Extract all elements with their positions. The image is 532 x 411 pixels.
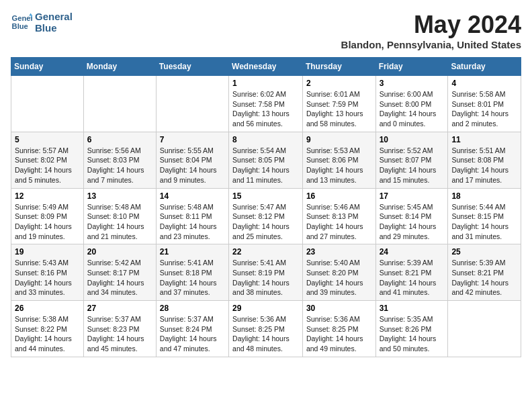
- day-number: 8: [232, 135, 299, 144]
- cell-content: Sunrise: 5:43 AMSunset: 8:16 PMDaylight:…: [15, 258, 80, 298]
- day-number: 10: [380, 135, 445, 144]
- cell-content: Sunrise: 5:58 AMSunset: 8:01 PMDaylight:…: [451, 89, 517, 129]
- logo-icon: General Blue: [11, 11, 32, 33]
- calendar-week-1: 1Sunrise: 6:02 AMSunset: 7:58 PMDaylight…: [11, 76, 521, 132]
- cell-content: Sunrise: 6:00 AMSunset: 8:00 PMDaylight:…: [380, 89, 445, 129]
- calendar-header: SundayMondayTuesdayWednesdayThursdayFrid…: [11, 58, 521, 76]
- day-number: 21: [160, 247, 225, 257]
- calendar-cell: 25Sunrise: 5:39 AMSunset: 8:21 PMDayligh…: [448, 244, 521, 301]
- cell-content: Sunrise: 5:56 AMSunset: 8:03 PMDaylight:…: [87, 146, 152, 185]
- calendar-cell: [448, 301, 521, 357]
- calendar-cell: 4Sunrise: 5:58 AMSunset: 8:01 PMDaylight…: [448, 76, 521, 132]
- calendar-cell: 8Sunrise: 5:54 AMSunset: 8:05 PMDaylight…: [229, 132, 303, 188]
- day-number: 27: [87, 304, 152, 313]
- calendar-cell: 7Sunrise: 5:55 AMSunset: 8:04 PMDaylight…: [156, 132, 228, 188]
- cell-content: Sunrise: 5:41 AMSunset: 8:19 PMDaylight:…: [232, 258, 299, 298]
- main-title: May 2024: [341, 11, 521, 39]
- calendar-cell: 22Sunrise: 5:41 AMSunset: 8:19 PMDayligh…: [229, 244, 303, 301]
- header-day-sunday: Sunday: [11, 58, 84, 76]
- calendar-cell: 29Sunrise: 5:36 AMSunset: 8:25 PMDayligh…: [229, 301, 303, 357]
- day-number: 14: [160, 191, 225, 201]
- cell-content: Sunrise: 5:55 AMSunset: 8:04 PMDaylight:…: [160, 146, 225, 185]
- calendar-cell: 16Sunrise: 5:46 AMSunset: 8:13 PMDayligh…: [302, 188, 375, 244]
- header-day-friday: Friday: [375, 58, 448, 76]
- day-number: 13: [87, 191, 152, 201]
- calendar-cell: 6Sunrise: 5:56 AMSunset: 8:03 PMDaylight…: [83, 132, 156, 188]
- day-number: 24: [380, 247, 445, 257]
- day-number: 30: [306, 304, 372, 313]
- cell-content: Sunrise: 6:01 AMSunset: 7:59 PMDaylight:…: [306, 89, 372, 129]
- svg-text:Blue: Blue: [12, 22, 28, 30]
- header-day-tuesday: Tuesday: [156, 58, 228, 76]
- cell-content: Sunrise: 5:52 AMSunset: 8:07 PMDaylight:…: [380, 146, 445, 185]
- calendar-cell: [156, 76, 228, 132]
- calendar-cell: 12Sunrise: 5:49 AMSunset: 8:09 PMDayligh…: [11, 188, 84, 244]
- day-number: 17: [380, 191, 445, 201]
- day-number: 16: [306, 191, 372, 201]
- cell-content: Sunrise: 5:35 AMSunset: 8:26 PMDaylight:…: [380, 314, 445, 354]
- cell-content: Sunrise: 5:47 AMSunset: 8:12 PMDaylight:…: [232, 202, 299, 242]
- day-number: 4: [451, 79, 517, 88]
- cell-content: Sunrise: 5:45 AMSunset: 8:14 PMDaylight:…: [380, 202, 445, 242]
- cell-content: Sunrise: 5:36 AMSunset: 8:25 PMDaylight:…: [306, 314, 372, 354]
- title-area: May 2024 Blandon, Pennsylvania, United S…: [341, 11, 521, 50]
- day-number: 3: [380, 79, 445, 88]
- day-number: 12: [15, 191, 80, 201]
- subtitle: Blandon, Pennsylvania, United States: [341, 39, 521, 50]
- calendar-cell: 3Sunrise: 6:00 AMSunset: 8:00 PMDaylight…: [375, 76, 448, 132]
- calendar-cell: 26Sunrise: 5:38 AMSunset: 8:22 PMDayligh…: [11, 301, 84, 357]
- calendar-cell: 21Sunrise: 5:41 AMSunset: 8:18 PMDayligh…: [156, 244, 228, 301]
- day-number: 25: [451, 247, 517, 257]
- calendar-cell: 13Sunrise: 5:48 AMSunset: 8:10 PMDayligh…: [83, 188, 156, 244]
- calendar-cell: 27Sunrise: 5:37 AMSunset: 8:23 PMDayligh…: [83, 301, 156, 357]
- calendar-table: SundayMondayTuesdayWednesdayThursdayFrid…: [11, 57, 521, 357]
- day-number: 26: [15, 304, 80, 313]
- cell-content: Sunrise: 5:48 AMSunset: 8:10 PMDaylight:…: [87, 202, 152, 242]
- logo: General Blue General Blue: [11, 11, 73, 34]
- header-day-wednesday: Wednesday: [229, 58, 303, 76]
- day-number: 11: [451, 135, 517, 144]
- cell-content: Sunrise: 5:37 AMSunset: 8:23 PMDaylight:…: [87, 314, 152, 354]
- calendar-week-4: 19Sunrise: 5:43 AMSunset: 8:16 PMDayligh…: [11, 244, 521, 301]
- logo-text-line2: Blue: [35, 22, 73, 34]
- header-row: SundayMondayTuesdayWednesdayThursdayFrid…: [11, 58, 521, 76]
- cell-content: Sunrise: 5:38 AMSunset: 8:22 PMDaylight:…: [15, 314, 80, 354]
- calendar-cell: 17Sunrise: 5:45 AMSunset: 8:14 PMDayligh…: [375, 188, 448, 244]
- calendar-cell: 23Sunrise: 5:40 AMSunset: 8:20 PMDayligh…: [302, 244, 375, 301]
- day-number: 23: [306, 247, 372, 257]
- calendar-cell: [83, 76, 156, 132]
- calendar-week-3: 12Sunrise: 5:49 AMSunset: 8:09 PMDayligh…: [11, 188, 521, 244]
- cell-content: Sunrise: 5:39 AMSunset: 8:21 PMDaylight:…: [451, 258, 517, 298]
- cell-content: Sunrise: 5:42 AMSunset: 8:17 PMDaylight:…: [87, 258, 152, 298]
- calendar-cell: 18Sunrise: 5:44 AMSunset: 8:15 PMDayligh…: [448, 188, 521, 244]
- day-number: 7: [160, 135, 225, 144]
- day-number: 15: [232, 191, 299, 201]
- cell-content: Sunrise: 5:51 AMSunset: 8:08 PMDaylight:…: [451, 146, 517, 185]
- calendar-cell: 9Sunrise: 5:53 AMSunset: 8:06 PMDaylight…: [302, 132, 375, 188]
- day-number: 20: [87, 247, 152, 257]
- cell-content: Sunrise: 5:54 AMSunset: 8:05 PMDaylight:…: [232, 146, 299, 185]
- day-number: 6: [87, 135, 152, 144]
- cell-content: Sunrise: 5:41 AMSunset: 8:18 PMDaylight:…: [160, 258, 225, 298]
- day-number: 18: [451, 191, 517, 201]
- day-number: 19: [15, 247, 80, 257]
- day-number: 1: [232, 79, 299, 88]
- day-number: 29: [232, 304, 299, 313]
- header-day-saturday: Saturday: [448, 58, 521, 76]
- calendar-cell: [11, 76, 84, 132]
- calendar-cell: 31Sunrise: 5:35 AMSunset: 8:26 PMDayligh…: [375, 301, 448, 357]
- cell-content: Sunrise: 5:57 AMSunset: 8:02 PMDaylight:…: [15, 146, 80, 185]
- calendar-cell: 14Sunrise: 5:48 AMSunset: 8:11 PMDayligh…: [156, 188, 228, 244]
- calendar-cell: 10Sunrise: 5:52 AMSunset: 8:07 PMDayligh…: [375, 132, 448, 188]
- cell-content: Sunrise: 5:49 AMSunset: 8:09 PMDaylight:…: [15, 202, 80, 242]
- cell-content: Sunrise: 6:02 AMSunset: 7:58 PMDaylight:…: [232, 89, 299, 129]
- logo-text-line1: General: [35, 11, 73, 22]
- cell-content: Sunrise: 5:40 AMSunset: 8:20 PMDaylight:…: [306, 258, 372, 298]
- cell-content: Sunrise: 5:37 AMSunset: 8:24 PMDaylight:…: [160, 314, 225, 354]
- calendar-cell: 24Sunrise: 5:39 AMSunset: 8:21 PMDayligh…: [375, 244, 448, 301]
- cell-content: Sunrise: 5:36 AMSunset: 8:25 PMDaylight:…: [232, 314, 299, 354]
- calendar-cell: 11Sunrise: 5:51 AMSunset: 8:08 PMDayligh…: [448, 132, 521, 188]
- calendar-cell: 28Sunrise: 5:37 AMSunset: 8:24 PMDayligh…: [156, 301, 228, 357]
- calendar-cell: 1Sunrise: 6:02 AMSunset: 7:58 PMDaylight…: [229, 76, 303, 132]
- calendar-week-2: 5Sunrise: 5:57 AMSunset: 8:02 PMDaylight…: [11, 132, 521, 188]
